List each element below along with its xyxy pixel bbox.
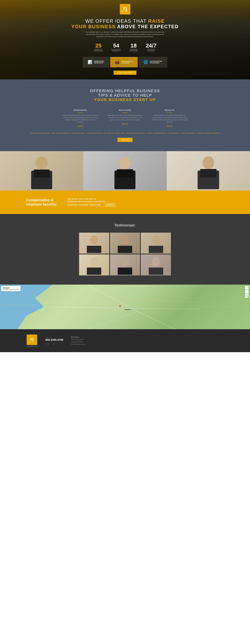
solutions-text: We present you the various types of busi… bbox=[107, 114, 143, 121]
team-section bbox=[0, 151, 250, 190]
social-googleplus[interactable]: g+ bbox=[48, 343, 50, 345]
tips-title-line3: YOUR BUSINESS START UP bbox=[26, 98, 224, 102]
footer-email[interactable]: Email: info@domain.org bbox=[71, 343, 224, 346]
svg-rect-18 bbox=[118, 268, 132, 275]
click-here-button[interactable]: click here bbox=[105, 203, 115, 207]
testimonial-photo-2 bbox=[110, 233, 140, 254]
footer-phone[interactable]: 800-2345-6789 bbox=[46, 338, 63, 342]
svg-line-22 bbox=[138, 311, 175, 329]
testimonial-photo-4 bbox=[79, 254, 109, 276]
svg-point-11 bbox=[121, 235, 129, 244]
compensation-section: Compensation &employee benefits: WE TEAC… bbox=[0, 190, 250, 214]
svg-point-9 bbox=[90, 236, 98, 244]
tips-section: OFFERING HELPFUL BUSINESS TIPS & ADVICE … bbox=[0, 80, 250, 151]
logo-business-text: business bbox=[122, 10, 129, 12]
service-outsourcing[interactable]: 🌐 OUTSOURCINGPROGRAMS bbox=[139, 57, 167, 67]
more-services-button[interactable]: more services bbox=[114, 70, 136, 75]
hero-title-line1: WE OFFER IDEAS THAT RAISE bbox=[71, 18, 179, 24]
stat-projects: 54 successfulprojects bbox=[111, 42, 121, 52]
tag-tax[interactable]: TAX PAYMENT bbox=[168, 132, 179, 134]
social-facebook[interactable]: f bbox=[46, 343, 46, 345]
results-read-more[interactable]: read more bbox=[167, 125, 173, 127]
service-outsourcing-label: OUTSOURCINGPROGRAMS bbox=[150, 60, 162, 64]
service-marketing[interactable]: 📊 MARKETINGRESEARCH bbox=[83, 57, 109, 67]
tags-text: TRAINING & DEVELOPMENT · EMPLOYEE HANDBO… bbox=[26, 132, 224, 134]
strategies-read-more[interactable]: read more bbox=[77, 125, 83, 127]
tag-recruiting[interactable]: RECRUITING bbox=[115, 132, 125, 134]
testimonials-title: Testimonials: bbox=[26, 223, 224, 228]
footer-logo-iq: IQ bbox=[30, 337, 34, 341]
map-pin-icon: 📍 bbox=[118, 305, 122, 308]
map-save[interactable]: Save bbox=[245, 294, 249, 298]
stat-support: 24/7 technicalsupport bbox=[146, 42, 157, 52]
tag-handbooks[interactable]: EMPLOYEE HANDBOOKS bbox=[52, 132, 70, 134]
tips-title-line2: TIPS & ADVICE TO HELP bbox=[26, 93, 224, 98]
testimonial-photo-5 bbox=[110, 254, 140, 276]
tag-career[interactable]: CAREER OPPORTUNITIES bbox=[126, 132, 145, 134]
map-location-label: Glasgow Glasgow, Glasgow City, UK bbox=[1, 286, 21, 291]
read-more-button[interactable]: read more bbox=[117, 138, 133, 142]
footer-call-label: CALL US bbox=[46, 336, 63, 338]
tag-time[interactable]: TIME & ATTENDANCE bbox=[180, 132, 196, 134]
footer-street-address: 4978 Marmora Road,Glasgow D04 89GR bbox=[71, 338, 224, 343]
stat-projects-label: successfulprojects bbox=[111, 49, 121, 52]
tag-training[interactable]: TRAINING & DEVELOPMENT bbox=[30, 132, 50, 134]
compensation-left: Compensation &employee benefits: bbox=[26, 198, 57, 207]
solutions-divider bbox=[122, 113, 128, 113]
svg-point-19 bbox=[152, 257, 160, 266]
footer-phone-section: CALL US 800-2345-6789 f g+ t in bbox=[46, 336, 63, 345]
team-photo-2 bbox=[83, 151, 167, 190]
stats-row: 25 years ofexperience 54 successfulproje… bbox=[94, 42, 157, 52]
stat-projects-number: 54 bbox=[111, 42, 121, 49]
testimonials-section: Testimonials: bbox=[0, 214, 250, 284]
hero-title-line2: YOUR BUSINESS ABOVE THE EXPECTED bbox=[71, 24, 179, 30]
footer-logo-section: IQ business © 2013 All Rights Reserved bbox=[26, 334, 38, 347]
logo[interactable]: IQ business bbox=[120, 4, 130, 14]
tips-col-solutions: SOLUTIONS We present you the various typ… bbox=[107, 109, 143, 127]
tag-ledger[interactable]: GENERAL LEDGER INTERFACE bbox=[198, 132, 220, 134]
svg-point-0 bbox=[36, 156, 48, 170]
solutions-read-more[interactable]: read more bbox=[122, 123, 128, 124]
svg-rect-2 bbox=[34, 170, 50, 178]
tag-law[interactable]: LAW COMPLIANCE bbox=[72, 132, 85, 134]
svg-point-3 bbox=[119, 157, 130, 169]
service-marketing-label: MARKETINGRESEARCH bbox=[94, 60, 104, 64]
tips-title: OFFERING HELPFUL BUSINESS TIPS & ADVICE … bbox=[26, 88, 224, 102]
solutions-title: SOLUTIONS bbox=[107, 109, 143, 111]
education-icon: 💼 bbox=[115, 60, 120, 64]
social-twitter[interactable]: t bbox=[51, 343, 52, 345]
results-text: Our best experts are consulting for the … bbox=[151, 114, 188, 123]
strategies-divider bbox=[78, 113, 83, 113]
footer-logo[interactable]: IQ business bbox=[27, 334, 37, 345]
tag-job[interactable]: JOB DESCRIPTIONS bbox=[87, 132, 102, 134]
svg-rect-5 bbox=[117, 169, 133, 178]
person-silhouette-3 bbox=[195, 152, 221, 189]
map-roads-svg: 📍 Glasgow bbox=[0, 284, 250, 329]
svg-rect-20 bbox=[149, 268, 163, 275]
tips-title-line1: OFFERING HELPFUL BUSINESS bbox=[26, 88, 224, 93]
outsourcing-icon: 🌐 bbox=[143, 60, 148, 64]
social-linkedin[interactable]: in bbox=[53, 343, 55, 345]
service-education[interactable]: 💼 EDUCATION &TRAINING bbox=[110, 57, 138, 67]
tag-payroll[interactable]: PAYROLL ADMINISTRATION bbox=[147, 132, 167, 134]
map-city-sub: Glasgow, Glasgow City, UK bbox=[3, 289, 19, 290]
svg-point-15 bbox=[90, 257, 98, 266]
stat-support-label: technicalsupport bbox=[146, 49, 157, 52]
team-photo-3 bbox=[167, 151, 250, 190]
svg-rect-8 bbox=[200, 169, 216, 178]
map-zoom-in[interactable]: + bbox=[245, 286, 249, 290]
person-silhouette-2 bbox=[112, 152, 138, 189]
compensation-right: WE TEACH YOUR TEAM HOW TOINCREASE YOUR R… bbox=[68, 198, 224, 207]
compensation-title: Compensation &employee benefits: bbox=[26, 198, 57, 207]
svg-line-23 bbox=[88, 311, 138, 329]
marketing-icon: 📊 bbox=[88, 60, 92, 64]
tag-help[interactable]: HELP CENTER bbox=[103, 132, 114, 134]
strategies-title: STRATEGIES bbox=[62, 109, 99, 111]
svg-point-17 bbox=[121, 257, 129, 266]
team-photo-1 bbox=[0, 151, 83, 190]
map-section: 📍 Glasgow Glasgow Glasgow, Glasgow City,… bbox=[0, 284, 250, 329]
map-zoom-out[interactable]: − bbox=[245, 290, 249, 294]
compensation-text: WE TEACH YOUR TEAM HOW TOINCREASE YOUR R… bbox=[68, 198, 105, 206]
results-divider bbox=[167, 113, 172, 113]
strategies-text: Projects for the development of corporat… bbox=[62, 114, 99, 123]
